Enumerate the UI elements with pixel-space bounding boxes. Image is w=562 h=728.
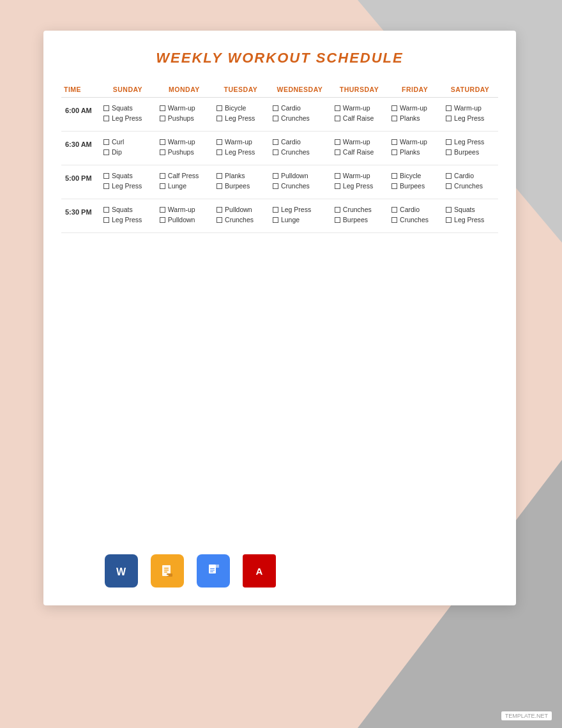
checkbox-icon bbox=[391, 105, 397, 111]
word-icon[interactable]: W bbox=[105, 554, 138, 588]
list-item: Burpees bbox=[391, 182, 438, 190]
cell-sunday-3: Squats Leg Press bbox=[100, 199, 156, 233]
checkbox-icon bbox=[391, 217, 397, 223]
svg-rect-4 bbox=[164, 568, 169, 569]
checkbox-icon bbox=[273, 217, 278, 223]
cell-saturday-3: Squats Leg Press bbox=[442, 199, 498, 233]
list-item: Leg Press bbox=[103, 182, 152, 190]
list-item: Bicycle bbox=[216, 104, 265, 112]
cell-friday-3: Cardio Crunches bbox=[388, 199, 442, 233]
list-item: Cardio bbox=[391, 206, 438, 213]
header-wednesday: WEDNESDAY bbox=[269, 82, 331, 98]
checkbox-icon bbox=[103, 183, 109, 189]
list-item: Calf Press bbox=[160, 172, 209, 179]
cell-wednesday-3: Leg Press Lunge bbox=[269, 199, 331, 233]
list-item: Burpees bbox=[216, 182, 265, 190]
checkbox-icon bbox=[216, 173, 222, 179]
checkbox-icon bbox=[446, 139, 452, 145]
checkbox-icon bbox=[216, 217, 222, 223]
list-item: Warm-up bbox=[160, 206, 209, 213]
checkbox-icon bbox=[391, 207, 397, 213]
list-item: Calf Raise bbox=[335, 148, 384, 156]
list-item: Planks bbox=[391, 114, 438, 122]
cell-monday-1: Warm-up Pushups bbox=[156, 132, 213, 165]
cell-tuesday-2: Planks Burpees bbox=[213, 165, 269, 199]
checkbox-icon bbox=[216, 149, 222, 155]
checkbox-icon bbox=[216, 207, 222, 213]
list-item: Cardio bbox=[446, 172, 494, 179]
checkbox-icon bbox=[103, 105, 109, 111]
cell-wednesday-0: Cardio Crunches bbox=[269, 98, 331, 132]
checkbox-icon bbox=[216, 116, 222, 121]
cell-thursday-2: Warm-up Leg Press bbox=[331, 165, 388, 199]
list-item: Lunge bbox=[273, 216, 327, 224]
checkbox-icon bbox=[160, 217, 165, 223]
svg-rect-15 bbox=[210, 572, 213, 572]
checkbox-icon bbox=[335, 139, 340, 145]
list-item: Leg Press bbox=[446, 216, 494, 224]
checkbox-icon bbox=[273, 139, 278, 145]
checkbox-icon bbox=[160, 105, 165, 111]
app-icons-row: W ✏ bbox=[105, 554, 276, 588]
pages-icon[interactable]: ✏ bbox=[151, 554, 184, 588]
list-item: Crunches bbox=[273, 182, 327, 190]
checkbox-icon bbox=[103, 217, 109, 223]
cell-thursday-3: Crunches Burpees bbox=[331, 199, 388, 233]
list-item: Pulldown bbox=[216, 206, 265, 213]
list-item: Planks bbox=[216, 172, 265, 179]
list-item: Leg Press bbox=[446, 138, 494, 146]
checkbox-icon bbox=[273, 173, 278, 179]
list-item: Warm-up bbox=[160, 104, 209, 112]
checkbox-icon bbox=[446, 207, 452, 213]
checkbox-icon bbox=[160, 207, 165, 213]
list-item: Burpees bbox=[335, 216, 384, 224]
list-item: Crunches bbox=[216, 216, 265, 224]
list-item: Leg Press bbox=[103, 114, 152, 122]
page-title: WEEKLY WORKOUT SCHEDULE bbox=[61, 50, 498, 66]
svg-rect-5 bbox=[164, 570, 169, 571]
table-row: 6:00 AM Squats Leg Press Warm-up Pushups… bbox=[61, 98, 498, 132]
list-item: Planks bbox=[391, 148, 438, 156]
list-item: Squats bbox=[103, 104, 152, 112]
cell-friday-2: Bicycle Burpees bbox=[388, 165, 442, 199]
list-item: Pulldown bbox=[160, 216, 209, 224]
list-item: Crunches bbox=[273, 114, 327, 122]
table-row: 5:00 PM Squats Leg Press Calf Press Lung… bbox=[61, 165, 498, 199]
list-item: Curl bbox=[103, 138, 152, 146]
checkbox-icon bbox=[103, 139, 109, 145]
table-row: 6:30 AM Curl Dip Warm-up Pushups Warm-up… bbox=[61, 132, 498, 165]
cell-friday-1: Warm-up Planks bbox=[388, 132, 442, 165]
watermark-label: TEMPLATE.NET bbox=[501, 711, 552, 720]
time-cell-0: 6:00 AM bbox=[61, 98, 100, 132]
list-item: Calf Raise bbox=[335, 114, 384, 122]
header-thursday: THURSDAY bbox=[331, 82, 388, 98]
checkbox-icon bbox=[160, 149, 165, 155]
checkbox-icon bbox=[273, 105, 278, 111]
time-cell-3: 5:30 PM bbox=[61, 199, 100, 233]
checkbox-icon bbox=[335, 217, 340, 223]
checkbox-icon bbox=[160, 139, 165, 145]
header-monday: MONDAY bbox=[156, 82, 213, 98]
cell-sunday-2: Squats Leg Press bbox=[100, 165, 156, 199]
cell-friday-0: Warm-up Planks bbox=[388, 98, 442, 132]
svg-text:A: A bbox=[256, 566, 263, 577]
list-item: Pushups bbox=[160, 148, 209, 156]
cell-tuesday-0: Bicycle Leg Press bbox=[213, 98, 269, 132]
checkbox-icon bbox=[103, 173, 109, 179]
checkbox-icon bbox=[391, 149, 397, 155]
google-docs-icon[interactable] bbox=[197, 554, 230, 588]
acrobat-icon[interactable]: A bbox=[243, 554, 276, 588]
cell-monday-0: Warm-up Pushups bbox=[156, 98, 213, 132]
svg-text:W: W bbox=[116, 566, 126, 577]
checkbox-icon bbox=[391, 116, 397, 121]
checkbox-icon bbox=[273, 207, 278, 213]
checkbox-icon bbox=[216, 183, 222, 189]
checkbox-icon bbox=[103, 149, 109, 155]
checkbox-icon bbox=[103, 116, 109, 121]
cell-wednesday-2: Pulldown Crunches bbox=[269, 165, 331, 199]
main-card: WEEKLY WORKOUT SCHEDULE TIME SUNDAY MOND… bbox=[43, 31, 516, 605]
list-item: Squats bbox=[446, 206, 494, 213]
list-item: Leg Press bbox=[216, 114, 265, 122]
list-item: Squats bbox=[103, 206, 152, 213]
list-item: Leg Press bbox=[273, 206, 327, 213]
